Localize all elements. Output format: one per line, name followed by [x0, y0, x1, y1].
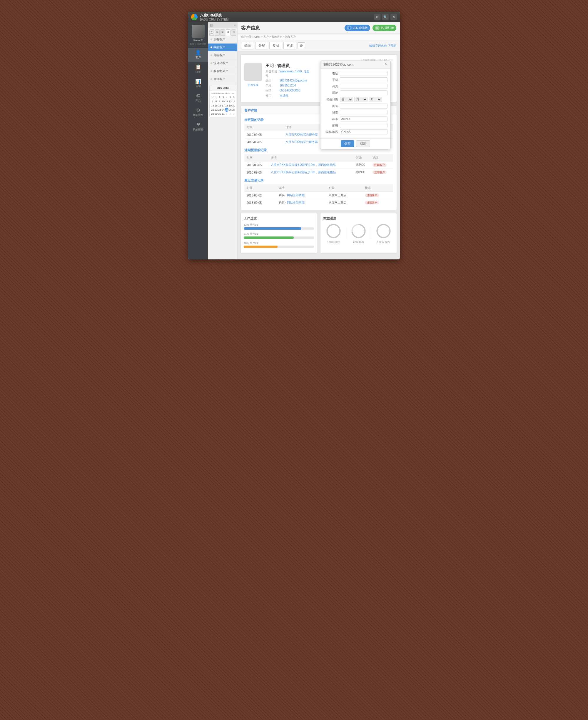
cal-day-14[interactable]: 14 [211, 104, 214, 108]
cal-day-15[interactable]: 15 [214, 104, 218, 108]
tel-label: 电话 [266, 89, 277, 93]
save-button[interactable]: 保存 [341, 140, 354, 147]
service-icon: ❤ [196, 122, 200, 127]
cal-day-31[interactable]: 31 [222, 112, 225, 116]
settings-btn[interactable]: ⚙ [374, 14, 380, 20]
cal-day-11[interactable]: 11 [225, 99, 228, 104]
edit-input-country[interactable] [340, 129, 387, 135]
search-btn[interactable]: 🔍 [382, 14, 388, 20]
edit-button[interactable]: 编辑 [241, 42, 254, 49]
cal-day-20[interactable]: 20 [232, 104, 235, 108]
cal-day-27[interactable]: 27 [232, 108, 235, 112]
edit-label-birthday: 出生日期 [323, 97, 338, 101]
menu-item-all-customers[interactable]: 所有客户 [208, 36, 237, 43]
cal-day-18[interactable]: 18 [225, 104, 228, 108]
cal-day-3[interactable]: 3 [222, 95, 225, 99]
edit-input-province[interactable] [340, 117, 387, 122]
phone-label: 手机 [266, 84, 277, 88]
cal-day-24[interactable]: 24 [222, 108, 225, 112]
cal-day-28[interactable]: 28 [211, 112, 214, 116]
cell-status: 过期客户 [362, 192, 393, 199]
secondary-header-expand[interactable]: ≡ [234, 24, 235, 27]
edit-input-mobile[interactable] [340, 77, 387, 82]
edit-label-mobile: 手机 [323, 78, 338, 82]
sidebar-item-service[interactable]: ❤ 我的服务 [188, 120, 208, 134]
app-logo [191, 14, 197, 20]
cal-day-4[interactable]: 4 [225, 95, 228, 99]
breadcrumb: 您的位置：CRM > 客户 > 我的客户 > 添加客户 [237, 34, 400, 40]
ss-tab-1[interactable]: ① [215, 29, 220, 36]
copy-button[interactable]: 复制 [269, 42, 282, 49]
edit-input-postal[interactable] [340, 123, 387, 128]
edit-input-street[interactable] [340, 104, 387, 108]
birthday-day-select[interactable]: 日 [354, 97, 368, 102]
cal-day-8[interactable]: 8 [214, 99, 218, 104]
cal-day-12[interactable]: 12 [228, 99, 232, 104]
menu-item-direct-customers[interactable]: 直销客户 [208, 75, 237, 83]
sidebar-item-reminder[interactable]: ⚙ 我的提醒 [188, 106, 208, 119]
assign-button[interactable]: 分配 [255, 42, 268, 49]
cal-day-2[interactable]: 2 [218, 95, 222, 99]
sidebar-item-order[interactable]: 📋 订单 [188, 62, 208, 76]
cal-day-5[interactable]: 5 [228, 95, 232, 99]
cal-day-29[interactable]: 29 [214, 112, 218, 116]
edit-input-city[interactable] [340, 110, 387, 115]
cal-day-7[interactable]: 7 [211, 99, 214, 104]
ss-tab-all[interactable]: 全 [209, 29, 214, 36]
edit-label-postal: 邮编 [323, 124, 338, 128]
cal-day-30prev[interactable]: 30 [211, 95, 214, 99]
cal-day-13[interactable]: 13 [232, 99, 235, 104]
cal-day-10[interactable]: 10 [222, 99, 225, 104]
sidebar-item-product[interactable]: 🏷 产品 [188, 91, 208, 105]
cal-day-9[interactable]: 9 [218, 99, 222, 104]
edit-modal-edit-icon[interactable]: ✎ [385, 63, 387, 66]
cal-day-21[interactable]: 21 [211, 108, 214, 112]
cal-day-1[interactable]: 1 [214, 95, 218, 99]
ss-tab-2[interactable]: ② [220, 29, 225, 36]
svg-point-5 [377, 225, 390, 238]
sidebar-item-marketing[interactable]: 📊 营销 [188, 77, 208, 90]
menu-item-group-customers[interactable]: 分组客户 [208, 52, 237, 59]
cal-day-1next[interactable]: 1 [225, 112, 228, 116]
more-button[interactable]: 更多 [284, 42, 296, 49]
cal-day-25-today[interactable]: 25 [225, 108, 228, 112]
calendar-day-headers: Su Mo Tu We Th Fr Sa [211, 92, 235, 95]
cal-day-22[interactable]: 22 [214, 108, 218, 112]
help-link[interactable]: ? 帮助 [388, 44, 396, 48]
cal-day-23[interactable]: 23 [218, 108, 222, 112]
menu-item-my-customers[interactable]: 我的客户 [208, 43, 237, 52]
email-value[interactable]: 986731427@qq.com [279, 79, 307, 83]
menu-item-service-customers[interactable]: 客服中至户 [208, 67, 237, 75]
transaction-title: 最近交易记录 [244, 178, 393, 183]
toolbar-settings-button[interactable]: ⚙ [297, 42, 305, 49]
cal-day-17[interactable]: 17 [222, 104, 225, 108]
edit-input-fax[interactable] [340, 84, 387, 89]
ss-tab-4[interactable]: ④ [231, 29, 236, 36]
edit-field-website: 网址 [323, 90, 387, 95]
cal-day-6[interactable]: 6 [232, 95, 235, 99]
cal-day-26[interactable]: 26 [228, 108, 232, 112]
cal-day-3next[interactable]: 3 [232, 112, 235, 116]
cal-day-19[interactable]: 19 [228, 104, 232, 108]
email-label: 邮箱 [266, 79, 277, 83]
cal-day-2next[interactable]: 2 [228, 112, 232, 116]
birthday-month-select[interactable]: 月 [340, 97, 353, 102]
progress-label-3: 48% 事件01 [244, 241, 314, 245]
sidebar-item-customer[interactable]: 👤 客户 [188, 48, 208, 62]
dot-all [210, 39, 212, 40]
menu-item-resigned-customers[interactable]: 退分销客户 [208, 59, 237, 67]
ss-tab-3[interactable]: ③ [226, 29, 231, 36]
cancel-button[interactable]: 取消 [356, 140, 370, 147]
edit-input-phone[interactable] [340, 71, 387, 76]
refresh-btn[interactable]: ↻ [391, 14, 397, 20]
edit-fields-link[interactable]: 编辑字段名称 [369, 44, 387, 48]
photo-link[interactable]: 更换头像 [248, 83, 258, 87]
edit-input-website[interactable] [340, 90, 387, 95]
col-detail-2: 详情 [268, 154, 354, 162]
cal-day-16[interactable]: 16 [218, 104, 222, 108]
account-value[interactable]: Wangming_1990 订置 [279, 70, 309, 78]
table-row: 2013-08-02 购买 · 网站全部功能 八度网上商店 过期客户 [244, 192, 393, 199]
birthday-year-select[interactable]: 年 [369, 97, 382, 102]
cell-target: 八度网上商店 [326, 192, 362, 199]
cal-day-30[interactable]: 30 [218, 112, 222, 116]
